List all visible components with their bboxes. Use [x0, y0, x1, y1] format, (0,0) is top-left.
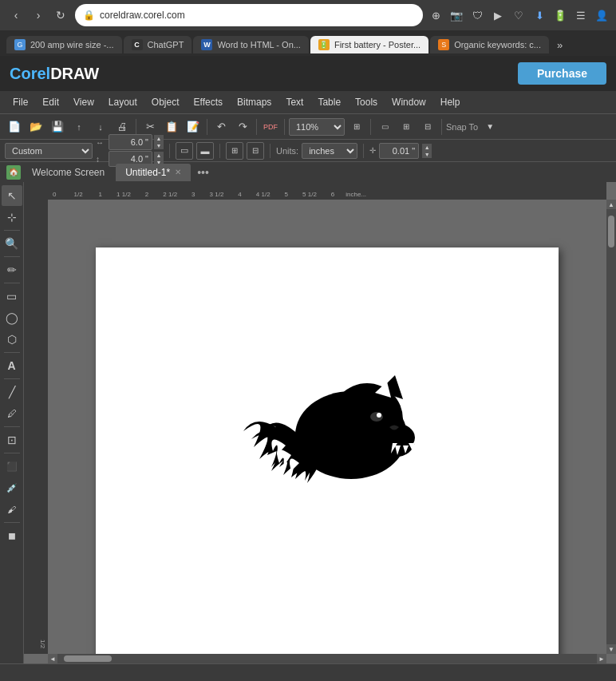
browser-tab-bar: G 200 amp wire size -... C ChatGPT W Wor…	[0, 30, 616, 56]
paste-button[interactable]: 📝	[184, 117, 203, 137]
paint-tool-button[interactable]: 🖌	[2, 499, 22, 520]
save-button[interactable]: 💾	[48, 117, 67, 137]
open-file-button[interactable]: 📂	[26, 117, 45, 137]
menu-edit[interactable]: Edit	[36, 93, 65, 111]
copy-button[interactable]: 📋	[162, 117, 181, 137]
forward-button[interactable]: ›	[29, 6, 48, 25]
menu-window[interactable]: Window	[385, 93, 432, 111]
reload-button[interactable]: ↻	[51, 6, 70, 25]
export-button[interactable]: ↓	[91, 117, 110, 137]
print-button[interactable]: 🖨	[113, 117, 132, 137]
profile-icon[interactable]: 👤	[594, 7, 610, 23]
scroll-thumb-horizontal[interactable]	[64, 655, 112, 662]
zoom-tool-button[interactable]: 🔍	[2, 233, 22, 254]
props-sep-3	[270, 144, 270, 158]
menu-tools[interactable]: Tools	[349, 93, 384, 111]
view-guidelines-button[interactable]: ⊟	[418, 117, 437, 137]
snap-dropdown-button[interactable]: ▼	[480, 117, 500, 137]
scroll-right-arrow[interactable]: ►	[597, 654, 606, 663]
undo-button[interactable]: ↶	[211, 117, 231, 137]
shield-icon[interactable]: 🛡	[469, 7, 485, 23]
download-icon[interactable]: ⬇	[531, 7, 547, 23]
page-settings-button[interactable]: ⊟	[247, 142, 264, 160]
rectangle-tool-button[interactable]: ▭	[2, 286, 22, 307]
crop-tool-button[interactable]: ⊡	[2, 430, 22, 450]
untitled1-tab[interactable]: Untitled-1* ✕	[116, 164, 191, 181]
shadow-tool-button[interactable]: ◼	[2, 525, 22, 546]
horizontal-scrollbar[interactable]: ◄ ►	[48, 654, 606, 663]
back-button[interactable]: ‹	[6, 6, 26, 25]
battery-icon[interactable]: 🔋	[552, 7, 568, 23]
browser-action-icons: ⊕ 📷 🛡 ▶ ♡ ⬇ 🔋 ☰ 👤	[428, 7, 610, 23]
favorites-icon[interactable]: ♡	[511, 7, 527, 23]
preset-select[interactable]: Custom	[5, 143, 93, 159]
polygon-tool-button[interactable]: ⬡	[2, 329, 22, 350]
menu-file[interactable]: File	[6, 93, 34, 111]
zoom-to-fit-button[interactable]: ⊞	[347, 117, 366, 137]
browser-tab-2[interactable]: C ChatGPT	[124, 36, 192, 53]
height-up-button[interactable]: ▲	[154, 152, 164, 159]
tab-favicon-3: W	[201, 39, 212, 50]
tab-close-icon[interactable]: ✕	[175, 168, 181, 176]
menu-help[interactable]: Help	[434, 93, 467, 111]
zoom-select[interactable]: 110% 100% 75% 50%	[289, 118, 345, 136]
extension-icon[interactable]: ▶	[490, 7, 506, 23]
menu-text[interactable]: Text	[279, 93, 310, 111]
welcome-screen-tab[interactable]: Welcome Screen	[22, 164, 114, 181]
width-up-button[interactable]: ▲	[154, 135, 164, 142]
vertical-scrollbar[interactable]: ▲ ▼	[606, 200, 616, 654]
browser-tab-4[interactable]: 🔋 First battery - Poster...	[310, 36, 428, 53]
menu-bitmaps[interactable]: Bitmaps	[231, 93, 278, 111]
browser-tab-5[interactable]: S Organic keywords: c...	[430, 36, 549, 53]
nudge-input[interactable]	[379, 143, 419, 159]
menu-view[interactable]: View	[67, 93, 101, 111]
select-tool-button[interactable]: ↖	[2, 185, 22, 206]
text-tool-button[interactable]: A	[2, 355, 22, 376]
ellipse-tool-button[interactable]: ◯	[2, 307, 22, 328]
address-bar[interactable]: 🔒 coreldraw.corel.com	[75, 4, 423, 26]
scroll-thumb-vertical[interactable]	[608, 216, 614, 247]
portrait-button[interactable]: ▭	[176, 142, 193, 160]
scroll-up-arrow[interactable]: ▲	[606, 200, 616, 209]
width-input[interactable]	[109, 134, 152, 150]
canvas-area: 0 1/2 1 1 1/2 2 2 1/2 3 3 1/2 4 4 1/2 5 …	[24, 182, 616, 663]
fill-tool-button[interactable]: ⬛	[2, 456, 22, 477]
menu-object[interactable]: Object	[145, 93, 186, 111]
pen-tool-button[interactable]: 🖊	[2, 403, 22, 424]
align-page-button[interactable]: ⊞	[226, 142, 243, 160]
landscape-button[interactable]: ▬	[196, 142, 214, 160]
doc-tab-more-button[interactable]: •••	[192, 164, 214, 180]
line-tool-button[interactable]: ╱	[2, 382, 22, 402]
menu-icon[interactable]: ☰	[573, 7, 589, 23]
new-file-button[interactable]: 📄	[5, 117, 24, 137]
freehand-tool-button[interactable]: ✏	[2, 259, 22, 280]
browser-tab-3[interactable]: W Word to HTML - On...	[193, 36, 309, 53]
eyedropper-tool-button[interactable]: 💉	[2, 477, 22, 498]
scroll-left-arrow[interactable]: ◄	[48, 654, 57, 663]
view-page-button[interactable]: ▭	[375, 117, 394, 137]
export-pdf-button[interactable]: PDF	[261, 117, 280, 137]
menu-layout[interactable]: Layout	[102, 93, 144, 111]
view-grid-button[interactable]: ⊞	[397, 117, 416, 137]
nudge-down-button[interactable]: ▼	[422, 151, 432, 158]
scroll-down-arrow[interactable]: ▼	[606, 644, 616, 654]
redo-button[interactable]: ↷	[233, 117, 252, 137]
width-down-button[interactable]: ▼	[154, 142, 164, 149]
units-select[interactable]: inches mm cm	[302, 143, 357, 159]
menu-effects[interactable]: Effects	[188, 93, 229, 111]
purchase-button[interactable]: Purchase	[518, 62, 606, 85]
ruler-v-half: 1/2	[39, 639, 46, 654]
canvas-viewport[interactable]	[48, 200, 606, 654]
nudge-up-button[interactable]: ▲	[422, 144, 432, 151]
cut-button[interactable]: ✂	[140, 117, 160, 137]
url-text: coreldraw.corel.com	[100, 10, 415, 21]
screenshot-icon[interactable]: 📷	[448, 7, 464, 23]
menu-bar: File Edit View Layout Object Effects Bit…	[0, 91, 616, 113]
browser-tab-1[interactable]: G 200 amp wire size -...	[6, 36, 122, 53]
menu-table[interactable]: Table	[311, 93, 347, 111]
logo-corel: Corel	[10, 65, 50, 82]
import-button[interactable]: ↑	[69, 117, 89, 137]
more-tabs-button[interactable]: »	[551, 36, 569, 54]
freehand-select-tool-button[interactable]: ⊹	[2, 207, 22, 228]
bookmark-icon[interactable]: ⊕	[428, 7, 444, 23]
